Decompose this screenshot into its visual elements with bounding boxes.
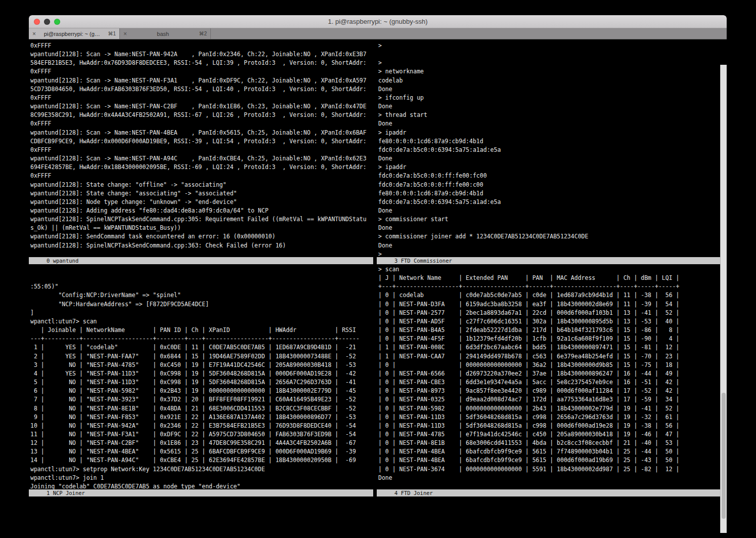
pane-status-ncp-joiner: 1 NCP Joiner [29,489,373,496]
window-title: 1. pi@raspberrypi: ~ (gnubby-ssh) [29,15,727,28]
pane-wpantund[interactable]: 0xFFFFwpantund[2128]: Scan -> Name:NEST-… [29,40,373,257]
terminal-line: | 0 | NEST-PAN-5982 | 0000000000000000 |… [378,404,720,413]
terminal-line: | 0 | NEST-PAN-6566 | d26973220a370ee2 |… [378,369,720,378]
terminal-line: Done [378,474,720,482]
terminal-line: fe80:0:0:0:1cd6:87a9:cb9d:4b1d [378,189,720,198]
terminal-line: | 0 | NEST-PAN-4BEA | 6bafcdbfcb9f9ce9 |… [378,456,720,465]
tab-label: bash [129,31,196,37]
terminal-line: | 0 | NEST-PAN-4BEA | 6bafcdbfcb9f9ce9 |… [378,447,720,456]
terminal-line: Done [378,119,720,128]
terminal-line: Done [378,85,720,94]
terminal-line: wpanctl:utun7> scan [30,317,373,326]
terminal-line: 0xFFFF [30,146,373,154]
tab-shortcut: ⌘1 [108,31,116,36]
terminal-line: "NCP:HardwareAddress" => [F872DF9CD5AE4D… [30,300,373,309]
terminal-line: > [378,42,720,50]
terminal-line: | 0 | NEST-PAN-2577 | 2bec1a8893da67a1 |… [378,309,720,317]
terminal-line: > networkname [378,67,720,76]
terminal-line: 7 | NO | "NEST-PAN-3923" | 0x37D2 | 20 |… [30,395,373,404]
terminal-line: wpantund[2128]: Adding address "fe80::da… [30,206,373,215]
terminal-line: > ipaddr [378,163,720,172]
terminal-line: | 0 | NEST-PAN-11D3 | 5df36048268d815a |… [378,422,720,430]
terminal-line: > scan [378,265,720,274]
terminal-line: s_Ok) || (mRetVal == kWPANTUNDStatus_Bus… [30,224,373,232]
terminal-line: 9 | NO | "NEST-PAN-F853" | 0x921E | 22 |… [30,413,373,422]
tab-bar: × pi@raspberrypi: ~ (g… ⌘1 × bash ⌘2 [29,28,727,39]
terminal-line: > commissioner joiner add * 1234C0DE7AB5… [378,232,720,241]
terminal-line: 8 | NO | "NEST-PAN-8E1B" | 0x4BDA | 21 |… [30,404,373,413]
terminal-line: | 1 | NEST-PAN-CAA7 | 294149dd4978b678 |… [378,352,720,361]
terminal-line: Joining "codelab" C0DE7AB5C0DE7AB5 as no… [30,482,373,489]
terminal-line: 13 | NO | "NEST-PAN-4BEA" | 0x5615 | 25 … [30,447,373,456]
tab-shortcut: ⌘2 [199,31,207,36]
terminal-line: 4 | YES | "NEST-PAN-11D3" | 0xC998 | 19 … [30,369,373,378]
close-button[interactable] [34,19,40,25]
terminal-window: 1. pi@raspberrypi: ~ (gnubby-ssh) × pi@r… [29,15,727,533]
zoom-button[interactable] [54,19,60,25]
terminal-line: | 0 | NEST-PAN-8973 | 9ac857f8ee3e4420 |… [378,387,720,395]
terminal-line: ] [30,309,373,317]
terminal-line: | 0 | NEST-PAN-8E1B | 68e3006cdd411553 |… [378,439,720,447]
terminal-line: | Joinable | NetworkName | PAN ID | Ch |… [30,326,373,335]
scrollbar-thumb[interactable] [722,393,726,519]
pane-status-ftd-commissioner: 3 FTD Commissioner [377,257,720,264]
terminal-line: > [378,59,720,67]
tab-close-icon[interactable]: × [123,28,127,39]
terminal-line: | 0 | NEST-PAN-B4A5 | 2fdeab52227d1dba |… [378,326,720,335]
terminal-line: CDBFCB9F9CE9, HwAddr:0x000D6F000AD19BE9,… [30,137,373,146]
terminal-line [378,50,720,59]
window-titlebar[interactable]: 1. pi@raspberrypi: ~ (gnubby-ssh) [29,15,727,28]
pane-ncp-joiner[interactable]: :55:05)" "Config:NCP:DriverName" => "spi… [29,264,373,489]
pane-status-wpantund: 0 wpantund [29,257,373,264]
terminal-line: 0xFFFF [30,94,373,102]
terminal-line: ---+----------+--------------------+----… [30,335,373,343]
terminal-line: 3 | NO | "NEST-PAN-4785" | 0xC450 | 19 |… [30,361,373,369]
pane-ftd-commissioner[interactable]: > >> networknamecodelabDone> ifconfig up… [377,40,720,257]
pane-status-ftd-joiner: 4 FTD Joiner [377,489,720,496]
terminal-line: Done [378,241,720,250]
terminal-line: | 0 | NEST-PAN-AD5F | c27f7c606dc16351 |… [378,317,720,326]
tab-close-icon[interactable]: × [32,28,36,39]
terminal-line: | 0 | NEST-PAN-D3FA | 6159adc3ba8b3258 |… [378,300,720,309]
terminal-line: wpanctl:utun7> setprop Network:Key 1234C… [30,465,373,474]
terminal-line: fdc0:de7a:b5c0:0:6394:5a75:a1ad:e5a [378,198,720,206]
pane-ftd-joiner[interactable]: > scan| J | Network Name | Extended PAN … [377,264,720,489]
tab-ssh-session[interactable]: × pi@raspberrypi: ~ (g… ⌘1 [29,28,120,39]
terminal-line: 584EFB21B5E3, HwAddr:0x76D93D8F8DEDCEE3,… [30,59,373,67]
scrollbar[interactable] [720,65,727,533]
terminal-line: 1 | YES | "codelab" | 0xC0DE | 11 | C0DE… [30,343,373,352]
terminal-line: | 0 | | 0000000000000000 | 36a2 | 18b430… [378,361,720,369]
terminal-line: | 0 | codelab | c0de7ab5c0de7ab5 | c0de … [378,291,720,300]
terminal-line: wpantund[2128]: Scan -> Name:NEST-PAN-94… [30,50,373,59]
terminal-line: :55:05)" [30,282,373,291]
terminal-line: | 0 | NEST-PAN-4785 | e7f19a41dc42546c |… [378,430,720,439]
terminal-line: fdc0:de7a:b5c0:0:0:ff:fe00:fc00 [378,172,720,180]
terminal-line: wpantund[2128]: Scan -> Name:NEST-PAN-4B… [30,129,373,137]
terminal-line: | 0 | NEST-PAN-0325 | d9eaa2d008d74ac7 |… [378,395,720,404]
terminal-line: wpanctl:utun7> join 1 [30,474,373,482]
terminal-line: > [378,250,720,257]
terminal-line: | 0 | NEST-PAN-11D3 | 5df36048268d815a |… [378,413,720,422]
terminal-line: Done [378,154,720,163]
screen: 1. pi@raspberrypi: ~ (gnubby-ssh) × pi@r… [0,0,756,538]
terminal-line: | J | Network Name | Extended PAN | PAN … [378,274,720,282]
terminal-line: +---+------------------+----------------… [378,282,720,291]
terminal-line: > ifconfig up [378,94,720,102]
terminal-line: > ipaddr [378,129,720,137]
terminal-line: "Config:NCP:DriverName" => "spinel" [30,291,373,300]
terminal-content: 0xFFFFwpantund[2128]: Scan -> Name:NEST-… [29,40,727,533]
tab-bash[interactable]: × bash ⌘2 [120,28,211,39]
terminal-line: 8C99E358C291, HwAddr:0x4A4A3C4FB2502A91,… [30,111,373,119]
terminal-line: 0xFFFF [30,42,373,50]
terminal-line: Done [378,224,720,232]
terminal-line: 0xFFFF [30,172,373,180]
minimize-button[interactable] [44,19,50,25]
terminal-line: fe80:0:0:0:1cd6:87a9:cb9d:4b1d [378,137,720,146]
terminal-line: | 0 | NEST-PAN-CBE3 | 6dd3e1e9347e4a5a |… [378,378,720,387]
terminal-line: | 0 | NEST-PAN-4F5F | 1b12379efd4df20b |… [378,335,720,343]
terminal-line: wpantund[2128]: Scan -> Name:NEST-PAN-A9… [30,154,373,163]
terminal-line: 5CD73D804650, HwAddr:0xFAB6303B76F3ED50,… [30,85,373,94]
traffic-lights [34,19,60,25]
tab-label: pi@raspberrypi: ~ (g… [38,31,105,37]
terminal-line: 0xFFFF [30,67,373,76]
